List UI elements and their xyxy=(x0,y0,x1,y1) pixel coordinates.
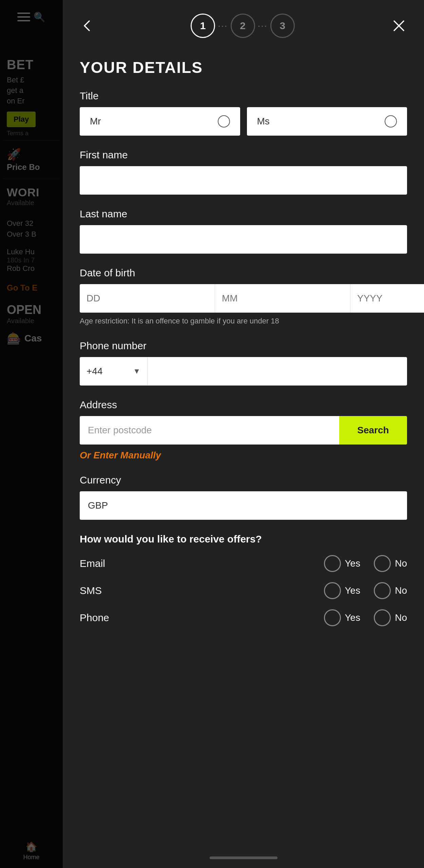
offer-phone-label: Phone xyxy=(80,612,324,624)
postcode-input[interactable] xyxy=(80,416,339,445)
offers-title: How would you like to receive offers? xyxy=(80,533,407,545)
dob-month-input[interactable] xyxy=(215,284,350,313)
form-title: YOUR DETAILS xyxy=(80,58,407,77)
title-mr-radio[interactable] xyxy=(218,115,230,127)
phone-country-select[interactable]: +44 ▼ xyxy=(80,357,148,386)
currency-group: Currency xyxy=(80,474,407,520)
offer-phone-no[interactable]: No xyxy=(374,609,407,626)
step-dots-2: ··· xyxy=(258,20,268,31)
address-inputs: Search xyxy=(80,416,407,445)
offer-phone-no-radio[interactable] xyxy=(374,609,391,626)
offer-sms-row: SMS Yes No xyxy=(80,582,407,599)
modal-header: 1 ··· 2 ··· 3 xyxy=(63,0,424,48)
registration-modal: 1 ··· 2 ··· 3 YOUR DETAILS Title Mr xyxy=(63,0,424,868)
dob-day-input[interactable] xyxy=(80,284,215,313)
dob-inputs xyxy=(80,284,407,313)
close-button[interactable] xyxy=(391,18,407,34)
title-label: Title xyxy=(80,90,407,102)
offer-phone-no-label: No xyxy=(395,612,407,623)
scroll-indicator xyxy=(210,856,277,859)
search-button[interactable]: Search xyxy=(339,416,407,445)
last-name-group: Last name xyxy=(80,208,407,254)
offer-sms-yes[interactable]: Yes xyxy=(324,582,361,599)
last-name-label: Last name xyxy=(80,208,407,220)
currency-label: Currency xyxy=(80,474,407,486)
step-2: 2 xyxy=(231,14,255,38)
offer-phone-row: Phone Yes No xyxy=(80,609,407,626)
dob-group: Date of birth Age restriction: It is an … xyxy=(80,267,407,327)
offer-phone-yes-radio[interactable] xyxy=(324,609,341,626)
offer-sms-no-label: No xyxy=(395,585,407,596)
step-indicator: 1 ··· 2 ··· 3 xyxy=(191,14,295,38)
dob-year-input[interactable] xyxy=(350,284,424,313)
offer-phone-yes[interactable]: Yes xyxy=(324,609,361,626)
offer-sms-label: SMS xyxy=(80,585,324,596)
phone-number-input[interactable] xyxy=(148,357,407,386)
phone-label: Phone number xyxy=(80,340,407,352)
title-options: Mr Ms xyxy=(80,107,407,136)
title-ms-radio[interactable] xyxy=(385,115,397,127)
offer-sms-yes-label: Yes xyxy=(345,585,361,596)
offer-sms-no[interactable]: No xyxy=(374,582,407,599)
offer-phone-yes-label: Yes xyxy=(345,612,361,623)
address-group: Address Search Or Enter Manually xyxy=(80,399,407,461)
offer-email-no[interactable]: No xyxy=(374,555,407,572)
first-name-group: First name xyxy=(80,149,407,195)
offer-email-no-radio[interactable] xyxy=(374,555,391,572)
step-1: 1 xyxy=(191,14,215,38)
offer-email-yes[interactable]: Yes xyxy=(324,555,361,572)
offer-email-label: Email xyxy=(80,558,324,569)
first-name-label: First name xyxy=(80,149,407,161)
last-name-input[interactable] xyxy=(80,225,407,254)
or-enter-manually[interactable]: Or Enter Manually xyxy=(80,450,407,461)
title-ms-option[interactable]: Ms xyxy=(247,107,407,136)
chevron-down-icon: ▼ xyxy=(133,367,140,376)
title-group: Title Mr Ms xyxy=(80,90,407,136)
address-label: Address xyxy=(80,399,407,411)
title-mr-label: Mr xyxy=(90,116,101,127)
offer-email-row: Email Yes No xyxy=(80,555,407,572)
phone-group: Phone number +44 ▼ xyxy=(80,340,407,386)
dob-label: Date of birth xyxy=(80,267,407,279)
phone-country-code: +44 xyxy=(86,366,103,377)
bottom-bar xyxy=(63,848,424,868)
first-name-input[interactable] xyxy=(80,166,407,195)
step-3: 3 xyxy=(270,14,295,38)
offer-sms-yes-radio[interactable] xyxy=(324,582,341,599)
offer-email-yes-radio[interactable] xyxy=(324,555,341,572)
title-mr-option[interactable]: Mr xyxy=(80,107,240,136)
phone-inputs: +44 ▼ xyxy=(80,357,407,386)
title-ms-label: Ms xyxy=(257,116,270,127)
offer-email-yes-label: Yes xyxy=(345,558,361,569)
offer-sms-no-radio[interactable] xyxy=(374,582,391,599)
dob-note: Age restriction: It is an offence to gam… xyxy=(80,316,407,327)
modal-body: YOUR DETAILS Title Mr Ms First name Last xyxy=(63,48,424,868)
offers-group: How would you like to receive offers? Em… xyxy=(80,533,407,626)
offer-email-no-label: No xyxy=(395,558,407,569)
back-button[interactable] xyxy=(80,18,95,33)
currency-input[interactable] xyxy=(80,491,407,520)
step-dots-1: ··· xyxy=(218,20,228,31)
